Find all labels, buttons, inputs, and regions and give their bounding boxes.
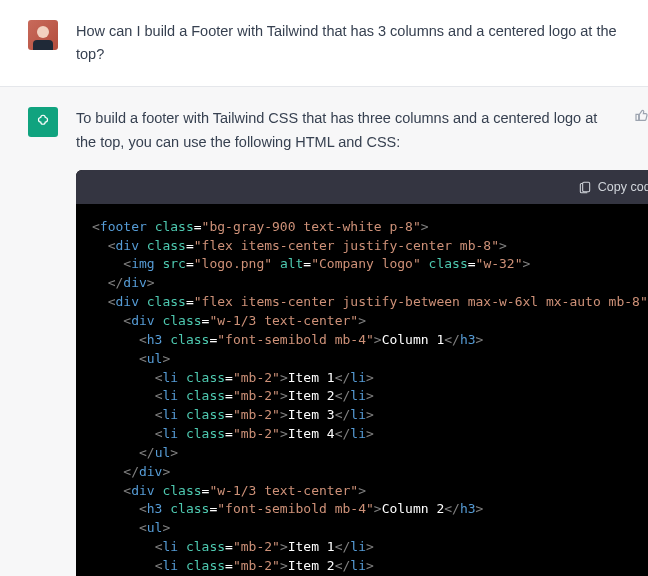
code-block: Copy code <footer class="bg-gray-900 tex… <box>76 170 648 576</box>
assistant-message: To build a footer with Tailwind CSS that… <box>0 87 648 576</box>
user-message-text: How can I build a Footer with Tailwind t… <box>76 20 620 66</box>
thumbs-up-icon[interactable] <box>634 107 648 123</box>
assistant-avatar <box>28 107 58 137</box>
assistant-content: To build a footer with Tailwind CSS that… <box>76 107 648 576</box>
assistant-intro-text: To build a footer with Tailwind CSS that… <box>76 107 648 153</box>
user-avatar <box>28 20 58 50</box>
copy-code-label: Copy code <box>598 177 648 197</box>
user-message: How can I build a Footer with Tailwind t… <box>0 0 648 87</box>
svg-rect-0 <box>582 182 589 191</box>
code-content[interactable]: <footer class="bg-gray-900 text-white p-… <box>76 204 648 576</box>
code-block-header: Copy code <box>76 170 648 204</box>
clipboard-icon[interactable]: Copy code <box>578 177 648 197</box>
feedback-controls <box>634 107 648 123</box>
